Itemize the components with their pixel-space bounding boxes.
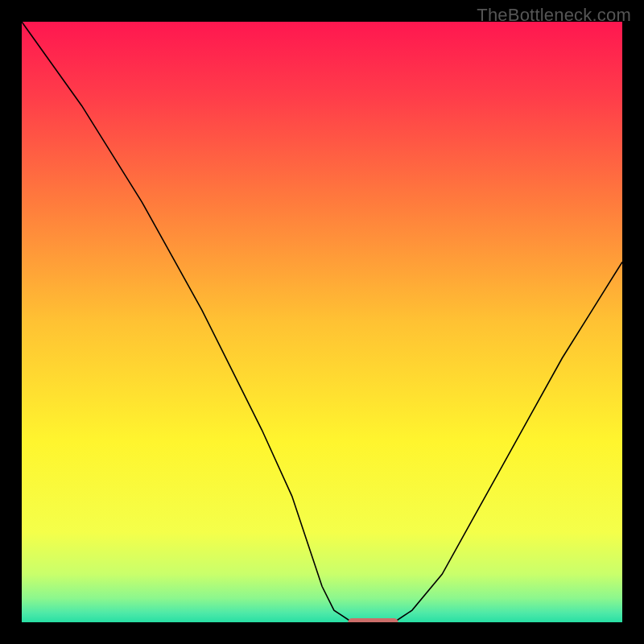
watermark-text: TheBottleneck.com (477, 5, 631, 26)
bottleneck-curve (22, 22, 622, 622)
chart-canvas: TheBottleneck.com (0, 0, 644, 644)
plot-area (22, 22, 622, 622)
